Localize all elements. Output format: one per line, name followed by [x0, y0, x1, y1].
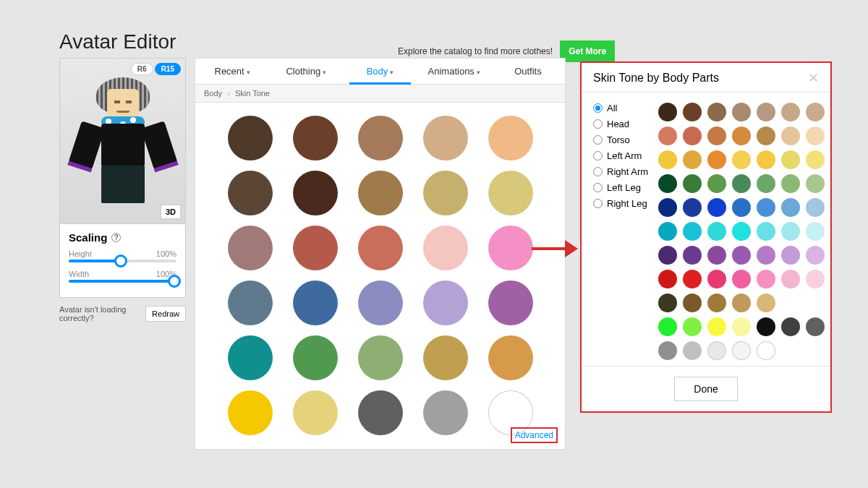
view-3d-toggle[interactable]: 3D — [161, 205, 181, 219]
redraw-button[interactable]: Redraw — [145, 306, 186, 322]
skin-swatch[interactable] — [358, 226, 403, 270]
palette-swatch[interactable] — [806, 127, 825, 145]
palette-swatch[interactable] — [732, 103, 751, 121]
palette-swatch[interactable] — [658, 103, 677, 121]
breadcrumb-item[interactable]: Body — [204, 89, 222, 98]
skin-swatch[interactable] — [423, 226, 468, 270]
bodypart-radio-all[interactable]: All — [593, 103, 650, 114]
palette-swatch[interactable] — [707, 246, 726, 265]
palette-swatch[interactable] — [757, 246, 775, 265]
palette-swatch[interactable] — [707, 103, 726, 121]
palette-swatch[interactable] — [658, 246, 677, 265]
palette-swatch[interactable] — [683, 341, 702, 360]
palette-swatch[interactable] — [707, 198, 726, 217]
palette-swatch[interactable] — [781, 150, 800, 169]
tab-animations[interactable]: Animations▾ — [417, 59, 491, 84]
skin-swatch[interactable] — [228, 116, 273, 160]
skin-swatch[interactable] — [228, 171, 273, 215]
palette-swatch[interactable] — [732, 246, 751, 265]
palette-swatch[interactable] — [658, 174, 677, 193]
palette-swatch[interactable] — [757, 317, 775, 336]
get-more-button[interactable]: Get More — [560, 40, 615, 62]
palette-swatch[interactable] — [707, 222, 726, 241]
palette-swatch[interactable] — [658, 270, 677, 288]
width-thumb[interactable] — [168, 275, 181, 288]
height-thumb[interactable] — [114, 254, 127, 267]
height-slider[interactable]: Height100% — [69, 249, 176, 262]
palette-swatch[interactable] — [806, 246, 825, 265]
palette-swatch[interactable] — [658, 222, 677, 241]
palette-swatch[interactable] — [732, 198, 751, 217]
palette-swatch[interactable] — [732, 174, 751, 193]
skin-swatch[interactable] — [488, 226, 533, 270]
palette-swatch[interactable] — [806, 103, 825, 121]
skin-swatch[interactable] — [293, 116, 338, 160]
skin-swatch[interactable] — [488, 171, 533, 215]
palette-swatch[interactable] — [707, 270, 726, 288]
palette-swatch[interactable] — [658, 294, 677, 312]
bodypart-radio-right-arm[interactable]: Right Arm — [593, 166, 650, 177]
palette-swatch[interactable] — [757, 270, 775, 288]
skin-swatch[interactable] — [293, 281, 338, 325]
done-button[interactable]: Done — [674, 377, 737, 401]
palette-swatch[interactable] — [757, 294, 775, 312]
palette-swatch[interactable] — [683, 270, 702, 288]
palette-swatch[interactable] — [806, 270, 825, 288]
palette-swatch[interactable] — [732, 341, 751, 360]
palette-swatch[interactable] — [732, 127, 751, 145]
palette-swatch[interactable] — [781, 246, 800, 265]
palette-swatch[interactable] — [757, 222, 775, 241]
palette-swatch[interactable] — [707, 150, 726, 169]
bodypart-radio-left-leg[interactable]: Left Leg — [593, 182, 650, 193]
skin-swatch[interactable] — [293, 226, 338, 270]
palette-swatch[interactable] — [781, 222, 800, 241]
skin-swatch[interactable] — [358, 171, 403, 215]
palette-swatch[interactable] — [781, 198, 800, 217]
palette-swatch[interactable] — [732, 270, 751, 288]
palette-swatch[interactable] — [781, 127, 800, 145]
palette-swatch[interactable] — [757, 150, 775, 169]
palette-swatch[interactable] — [683, 103, 702, 121]
palette-swatch[interactable] — [683, 198, 702, 217]
skin-swatch[interactable] — [358, 335, 403, 380]
palette-swatch[interactable] — [658, 127, 677, 145]
palette-swatch[interactable] — [683, 246, 702, 265]
skin-swatch[interactable] — [358, 116, 403, 160]
skin-swatch[interactable] — [423, 171, 468, 215]
rig-r6-badge[interactable]: R6 — [131, 63, 153, 75]
palette-swatch[interactable] — [757, 174, 775, 193]
palette-swatch[interactable] — [683, 317, 702, 336]
bodypart-radio-head[interactable]: Head — [593, 119, 650, 129]
palette-swatch[interactable] — [806, 150, 825, 169]
palette-swatch[interactable] — [806, 174, 825, 193]
skin-swatch[interactable] — [488, 116, 533, 160]
close-icon[interactable]: ✕ — [808, 72, 819, 85]
advanced-link[interactable]: Advanced — [511, 427, 558, 443]
avatar-preview[interactable]: R6 R15 3D — [59, 58, 186, 224]
palette-swatch[interactable] — [781, 270, 800, 288]
palette-swatch[interactable] — [707, 341, 726, 360]
palette-swatch[interactable] — [732, 317, 751, 336]
palette-swatch[interactable] — [707, 294, 726, 312]
bodypart-radio-torso[interactable]: Torso — [593, 134, 650, 145]
palette-swatch[interactable] — [683, 174, 702, 193]
palette-swatch[interactable] — [757, 341, 775, 360]
skin-swatch[interactable] — [488, 335, 533, 380]
skin-swatch[interactable] — [228, 335, 273, 380]
skin-swatch[interactable] — [423, 390, 468, 435]
palette-swatch[interactable] — [781, 103, 800, 121]
bodypart-radio-right-leg[interactable]: Right Leg — [593, 198, 650, 209]
palette-swatch[interactable] — [707, 127, 726, 145]
palette-swatch[interactable] — [806, 222, 825, 241]
palette-swatch[interactable] — [683, 222, 702, 241]
palette-swatch[interactable] — [658, 150, 677, 169]
tab-body[interactable]: Body▾ — [343, 59, 417, 84]
palette-swatch[interactable] — [732, 294, 751, 312]
tab-clothing[interactable]: Clothing▾ — [269, 59, 343, 84]
help-icon[interactable]: ? — [111, 233, 121, 242]
skin-swatch[interactable] — [423, 335, 468, 380]
palette-swatch[interactable] — [781, 174, 800, 193]
palette-swatch[interactable] — [806, 317, 825, 336]
palette-swatch[interactable] — [781, 317, 800, 336]
skin-swatch[interactable] — [358, 281, 403, 325]
